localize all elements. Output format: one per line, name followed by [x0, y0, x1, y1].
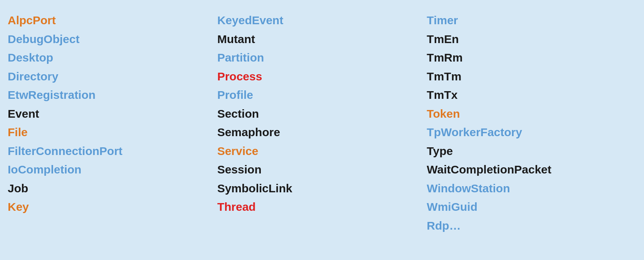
list-item: Service — [217, 142, 427, 160]
list-item: Session — [217, 161, 427, 179]
column-3: TimerTmEnTmRmTmTmTmTxTokenTpWorkerFactor… — [427, 12, 636, 235]
list-item: Rdp… — [427, 217, 636, 235]
list-item: Type — [427, 142, 636, 160]
list-item: Desktop — [8, 49, 217, 67]
list-item: IoCompletion — [8, 161, 217, 179]
list-item: TpWorkerFactory — [427, 123, 636, 142]
list-item: EtwRegistration — [8, 86, 217, 104]
list-item: FilterConnectionPort — [8, 142, 217, 160]
column-2: KeyedEventMutantPartitionProcessProfileS… — [217, 12, 427, 235]
list-item: SymbolicLink — [217, 180, 427, 198]
list-item: Timer — [427, 12, 636, 30]
list-item: Job — [8, 180, 217, 198]
list-item: Semaphore — [217, 123, 427, 142]
list-item: Partition — [217, 49, 427, 67]
list-item: File — [8, 123, 217, 142]
column-1: AlpcPortDebugObjectDesktopDirectoryEtwRe… — [8, 12, 217, 235]
list-item: DebugObject — [8, 30, 217, 48]
list-item: KeyedEvent — [217, 12, 427, 30]
list-item: Profile — [217, 86, 427, 104]
list-item: TmRm — [427, 49, 636, 67]
list-item: TmTx — [427, 86, 636, 104]
list-item: AlpcPort — [8, 12, 217, 30]
list-item: WindowStation — [427, 180, 636, 198]
list-item: TmEn — [427, 30, 636, 48]
list-item: Mutant — [217, 30, 427, 48]
list-item: Thread — [217, 198, 427, 216]
list-item: WmiGuid — [427, 198, 636, 216]
list-item: Section — [217, 105, 427, 123]
list-item: Directory — [8, 68, 217, 86]
main-container: AlpcPortDebugObjectDesktopDirectoryEtwRe… — [8, 12, 636, 235]
list-item: Key — [8, 198, 217, 216]
list-item: Process — [217, 68, 427, 86]
list-item: TmTm — [427, 68, 636, 86]
list-item: Event — [8, 105, 217, 123]
list-item: WaitCompletionPacket — [427, 161, 636, 179]
list-item: Token — [427, 105, 636, 123]
